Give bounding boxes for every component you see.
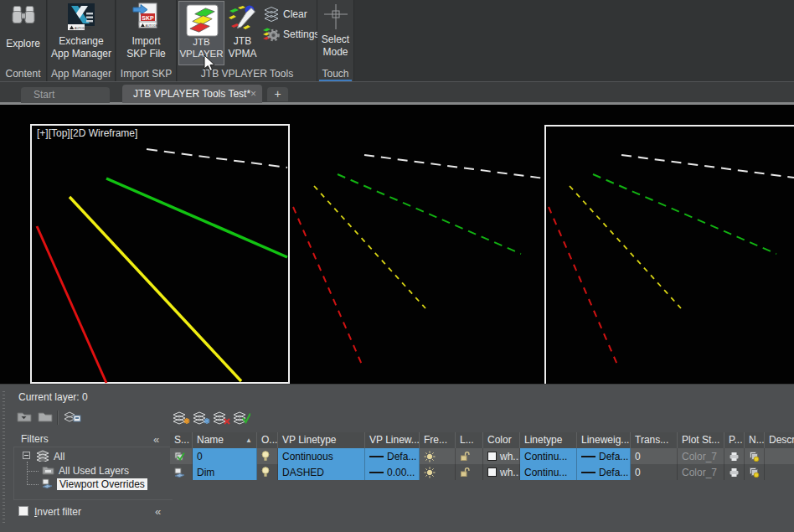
layer-folder-icon[interactable] [38, 411, 53, 422]
col-transparency[interactable]: Trans... [631, 432, 678, 448]
col-plot-style[interactable]: Plot St... [678, 432, 724, 448]
plot-style-cell[interactable]: Color_7 [678, 464, 724, 480]
jtb-vplayer-button[interactable]: JTB VPLAYER [178, 1, 224, 65]
col-new-vp-freeze[interactable]: N... [745, 432, 765, 448]
new-vp-freeze-cell[interactable] [745, 448, 765, 464]
unlocked-padlock-icon [460, 451, 471, 462]
layer-on-cell[interactable] [257, 464, 278, 480]
used-layers-folder-icon [42, 465, 54, 475]
new-tab-button[interactable]: + [267, 87, 288, 101]
col-on[interactable]: O... [257, 432, 278, 448]
description-cell[interactable] [765, 448, 794, 464]
layer-properties-palette: Current layer: 0 [0, 384, 794, 532]
drawing-area[interactable] [0, 105, 794, 384]
vp-lineweight-cell[interactable]: Defa... [365, 448, 420, 464]
filter-item-viewport-overrides[interactable]: Viewport Overrides [57, 478, 147, 490]
toolbar-divider [57, 411, 59, 425]
col-freeze[interactable]: Fre... [420, 432, 456, 448]
filter-item-all-used-layers[interactable]: All Used Layers [59, 465, 129, 477]
plot-style-cell[interactable]: Color_7 [678, 448, 724, 464]
col-linetype[interactable]: Linetype [520, 432, 577, 448]
current-layer-label: Current layer: 0 [18, 391, 88, 403]
new-layer-vp-frozen-icon[interactable] [192, 411, 210, 425]
transparency-cell[interactable]: 0 [631, 448, 678, 464]
description-cell[interactable] [765, 464, 794, 480]
tab-start[interactable]: Start [21, 87, 110, 103]
layer-table: S... Name▲ O... VP Linetype VP Linew... … [170, 432, 794, 480]
color-cell[interactable]: wh... [483, 464, 520, 480]
color-cell[interactable]: wh... [483, 448, 520, 464]
layer-name-cell[interactable]: Dim [193, 464, 257, 480]
col-vp-lineweight[interactable]: VP Linew... [365, 432, 420, 448]
explore-label: Explore [0, 38, 46, 49]
filters-collapse-button-bottom[interactable]: « [155, 505, 161, 518]
lineweight-sample [369, 472, 384, 473]
lineweight-cell[interactable]: Defa... [577, 464, 631, 480]
mouse-cursor-icon [204, 54, 217, 73]
sun-thawed-icon [424, 467, 436, 478]
autodesk-brand-text: AUTODESK [75, 27, 91, 30]
layer-on-cell[interactable] [257, 448, 278, 464]
col-status[interactable]: S... [170, 432, 193, 448]
layer-monitor-icon[interactable] [64, 411, 81, 424]
vp-linetype-cell[interactable]: DASHED [278, 464, 365, 480]
new-vp-freeze-cell[interactable] [745, 464, 765, 480]
jtb-vplayer-icon [186, 4, 219, 37]
current-layer-status-icon [174, 452, 185, 462]
import-skp-icon: SKP AUTODESK [131, 3, 160, 31]
layer-row-0[interactable]: 0 Continuous Defa... [170, 448, 794, 464]
invert-filter-checkbox[interactable] [18, 506, 28, 516]
lock-cell[interactable] [456, 448, 483, 464]
clear-layers-icon [263, 6, 280, 23]
tree-collapse-icon[interactable] [23, 452, 30, 459]
col-lock[interactable]: L... [456, 432, 483, 448]
set-current-layer-icon[interactable] [232, 411, 250, 425]
panel-label-content[interactable]: Content [0, 68, 46, 80]
plot-cell[interactable] [724, 464, 745, 480]
ribbon: Explore Content AUTODESK Exchange App [0, 0, 794, 81]
autocad-window: Explore Content AUTODESK Exchange App [0, 0, 794, 532]
linetype-cell[interactable]: Continu... [520, 464, 577, 480]
transparency-cell[interactable]: 0 [631, 464, 678, 480]
col-name[interactable]: Name▲ [193, 432, 257, 448]
lineweight-sample [581, 456, 596, 457]
filters-collapse-button[interactable]: « [153, 433, 159, 446]
layer-status-cell[interactable] [170, 448, 193, 464]
exchange-app-manager-icon: AUTODESK [67, 3, 95, 31]
col-color[interactable]: Color [483, 432, 520, 448]
panel-label-touch[interactable]: Touch [317, 68, 353, 80]
layer-status-cell[interactable] [170, 464, 193, 480]
tab-drawing-active[interactable]: JTB VPLAYER Tools Test* × [122, 85, 262, 103]
layer-name-cell[interactable]: 0 [193, 448, 257, 464]
vp-linetype-cell[interactable]: Continuous [278, 448, 365, 464]
tab-close-icon[interactable]: × [250, 85, 256, 103]
linetype-cell[interactable]: Continu... [520, 448, 577, 464]
viewport-controls-label[interactable]: [+][Top][2D Wireframe] [37, 127, 137, 139]
printer-icon [729, 452, 740, 462]
col-plot[interactable]: P... [724, 432, 745, 448]
new-layer-icon[interactable] [172, 411, 190, 425]
col-lineweight[interactable]: Lineweig... [577, 432, 631, 448]
plot-cell[interactable] [724, 448, 745, 464]
freeze-cell[interactable] [420, 448, 456, 464]
col-description[interactable]: Descrip [765, 432, 794, 448]
lineweight-cell[interactable]: Defa... [577, 448, 631, 464]
tree-connector [27, 462, 28, 485]
panel-label-jtb-vplayer-tools[interactable]: JTB VPLAYER Tools [178, 68, 317, 80]
unlocked-padlock-icon [460, 467, 471, 478]
freeze-cell[interactable] [420, 464, 456, 480]
ribbon-panel-app-manager: AUTODESK Exchange App Manager App Manage… [48, 0, 116, 81]
vp-lineweight-cell[interactable]: 0.00... [365, 464, 420, 480]
ribbon-panel-touch: Select Mode Touch [317, 0, 354, 81]
layer-states-folder-icon[interactable] [17, 411, 32, 422]
lock-cell[interactable] [456, 464, 483, 480]
sort-ascending-icon: ▲ [245, 432, 252, 448]
delete-layer-icon[interactable] [212, 411, 230, 425]
col-vp-linetype[interactable]: VP Linetype [278, 432, 365, 448]
viewport-overrides-icon [42, 478, 53, 488]
layer-row-dim[interactable]: Dim DASHED 0.00... [170, 464, 794, 480]
panel-label-import-skp[interactable]: Import SKP [116, 68, 176, 80]
filter-item-all[interactable]: All [54, 451, 64, 462]
panel-label-app-manager[interactable]: App Manager [48, 68, 115, 80]
palette-grip[interactable] [3, 391, 5, 525]
